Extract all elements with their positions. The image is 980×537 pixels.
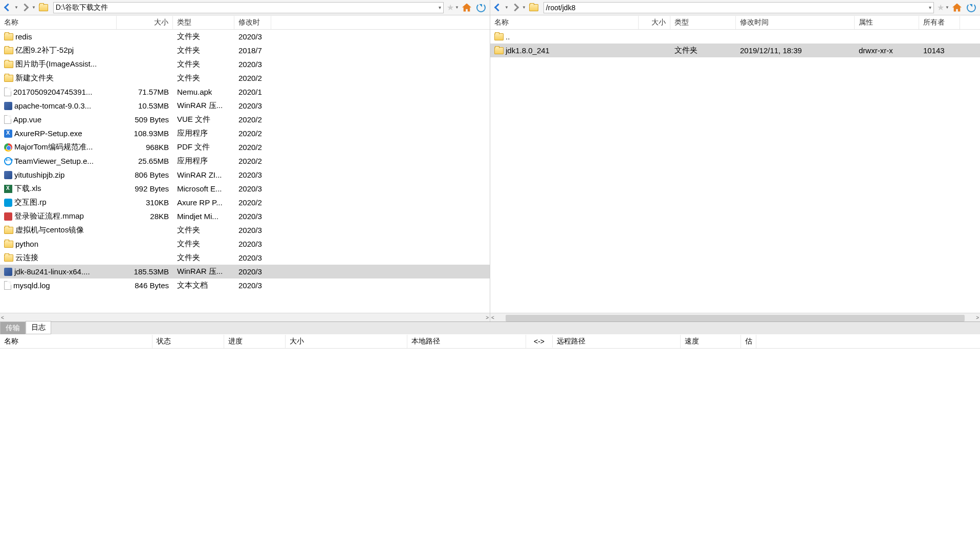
header-attr[interactable]: 属性 (855, 16, 919, 29)
address-dropdown-icon[interactable]: ▾ (439, 5, 441, 10)
remote-address-bar[interactable]: /root/jdk8 ▾ (543, 2, 934, 13)
file-name: yitutushipjb.zip (14, 170, 64, 179)
file-row[interactable]: mysqld.log846 Bytes文本文档2020/3 (0, 278, 490, 292)
remote-list-body[interactable]: ..jdk1.8.0_241文件夹2019/12/11, 18:39drwxr-… (490, 30, 980, 57)
bookmark-dropdown[interactable]: ▼ (945, 5, 949, 10)
file-row[interactable]: 虚拟机与centos镜像文件夹2020/3 (0, 223, 490, 237)
file-type: PDF 文件 (173, 141, 234, 153)
file-type: WinRAR 压... (173, 100, 234, 112)
home-icon[interactable] (462, 4, 471, 12)
folder-icon (4, 47, 13, 54)
th-remote-path[interactable]: 远程路径 (553, 335, 681, 348)
file-type: 文件夹 (173, 31, 234, 42)
th-status[interactable]: 状态 (153, 335, 224, 348)
scroll-left-icon[interactable]: < (1, 315, 4, 320)
header-size[interactable]: 大小 (639, 16, 670, 29)
file-row[interactable]: MajorTom编码规范准...968KBPDF 文件2020/2 (0, 140, 490, 154)
file-size: 25.65MB (117, 156, 173, 166)
file-name: 登录验证流程.mmap (14, 211, 84, 221)
th-name[interactable]: 名称 (0, 335, 153, 348)
home-icon[interactable] (952, 4, 962, 12)
arrow-left-icon (494, 4, 502, 12)
scroll-thumb[interactable] (506, 315, 965, 321)
local-h-scrollbar[interactable]: < > (0, 313, 490, 321)
file-date: 2020/2 (234, 128, 271, 139)
file-date: 2020/2 (234, 142, 271, 153)
refresh-icon[interactable] (967, 3, 976, 12)
bookmark-dropdown[interactable]: ▼ (455, 5, 459, 10)
header-date[interactable]: 修改时间 (736, 16, 855, 29)
header-type[interactable]: 类型 (173, 16, 234, 29)
th-progress[interactable]: 进度 (224, 335, 286, 348)
forward-button[interactable] (510, 2, 521, 13)
file-date: 2020/3 (234, 239, 271, 249)
forward-history-dropdown[interactable]: ▼ (522, 5, 526, 10)
refresh-icon[interactable] (476, 3, 486, 12)
file-row[interactable]: App.vue509 BytesVUE 文件2020/2 (0, 113, 490, 126)
back-history-dropdown[interactable]: ▼ (14, 5, 18, 10)
address-dropdown-icon[interactable]: ▾ (929, 5, 931, 10)
forward-button[interactable] (19, 2, 31, 13)
header-owner[interactable]: 所有者 (919, 16, 960, 29)
file-size: 846 Bytes (117, 280, 173, 291)
local-address-bar[interactable]: D:\谷歌下载文件 ▾ (53, 2, 444, 13)
back-history-dropdown[interactable]: ▼ (505, 5, 509, 10)
file-name: jdk1.8.0_241 (506, 46, 550, 55)
file-size (639, 50, 670, 52)
th-direction[interactable]: <-> (526, 335, 553, 348)
file-size: 806 Bytes (117, 169, 173, 180)
file-row[interactable]: python文件夹2020/3 (0, 237, 490, 251)
file-row[interactable]: 20170509204745391...71.57MBNemu.apk2020/… (0, 85, 490, 99)
file-size (117, 50, 173, 52)
file-row[interactable]: apache-tomcat-9.0.3...10.53MBWinRAR 压...… (0, 99, 490, 113)
th-local-path[interactable]: 本地路径 (407, 335, 526, 348)
local-list-body[interactable]: redis文件夹2020/3亿图9.2补丁-52pj文件夹2018/7图片助手(… (0, 30, 490, 292)
file-name: 虚拟机与centos镜像 (15, 225, 84, 235)
transfer-list-body[interactable] (0, 349, 980, 400)
file-type: Axure RP P... (173, 197, 234, 208)
tab-transfer[interactable]: 传输 (0, 321, 26, 334)
file-row[interactable]: 亿图9.2补丁-52pj文件夹2018/7 (0, 44, 490, 57)
file-row[interactable]: TeamViewer_Setup.e...25.65MB应用程序2020/2 (0, 154, 490, 168)
file-size: 185.53MB (117, 266, 173, 277)
back-button[interactable] (492, 2, 504, 13)
file-row[interactable]: 云连接文件夹2020/3 (0, 251, 490, 265)
file-row[interactable]: 下载.xls992 BytesMicrosoft E...2020/3 (0, 182, 490, 196)
file-type: 文件夹 (173, 72, 234, 84)
file-type: Nemu.apk (173, 87, 234, 97)
file-row[interactable]: AxureRP-Setup.exe108.93MB应用程序2020/2 (0, 126, 490, 140)
file-row[interactable]: 图片助手(ImageAssist...文件夹2020/3 (0, 57, 490, 71)
file-size (639, 36, 670, 38)
file-row[interactable]: 交互图.rp310KBAxure RP P...2020/2 (0, 196, 490, 209)
folder-icon (4, 227, 13, 234)
forward-history-dropdown[interactable]: ▼ (32, 5, 36, 10)
header-name[interactable]: 名称 (490, 16, 639, 29)
file-row[interactable]: jdk-8u241-linux-x64....185.53MBWinRAR 压.… (0, 265, 490, 278)
file-row[interactable]: yitutushipjb.zip806 BytesWinRAR ZI...202… (0, 168, 490, 182)
header-type[interactable]: 类型 (670, 16, 736, 29)
file-row[interactable]: 新建文件夹文件夹2020/2 (0, 71, 490, 85)
file-row[interactable]: jdk1.8.0_241文件夹2019/12/11, 18:39drwxr-xr… (490, 44, 980, 57)
file-row[interactable]: redis文件夹2020/3 (0, 30, 490, 44)
back-button[interactable] (2, 2, 13, 13)
scroll-right-icon[interactable]: > (486, 315, 489, 320)
th-est[interactable]: 估 (741, 335, 756, 348)
bookmark-icon[interactable]: ★ (447, 3, 454, 12)
file-size: 968KB (117, 142, 173, 153)
header-size[interactable]: 大小 (117, 16, 173, 29)
scroll-left-icon[interactable]: < (491, 315, 494, 320)
axure-icon (4, 199, 12, 207)
bookmark-icon[interactable]: ★ (937, 3, 944, 12)
remote-h-scrollbar[interactable]: < > (490, 313, 980, 321)
th-size[interactable]: 大小 (286, 335, 407, 348)
th-speed[interactable]: 速度 (681, 335, 741, 348)
scroll-right-icon[interactable]: > (976, 315, 979, 320)
file-row[interactable]: .. (490, 30, 980, 44)
file-type: Mindjet Mi... (173, 211, 234, 222)
tab-log[interactable]: 日志 (26, 321, 51, 334)
header-date[interactable]: 修改时 (234, 16, 271, 29)
file-size: 71.57MB (117, 87, 173, 97)
file-row[interactable]: 登录验证流程.mmap28KBMindjet Mi...2020/3 (0, 209, 490, 223)
header-name[interactable]: 名称 (0, 16, 117, 29)
file-type: 应用程序 (173, 155, 234, 167)
